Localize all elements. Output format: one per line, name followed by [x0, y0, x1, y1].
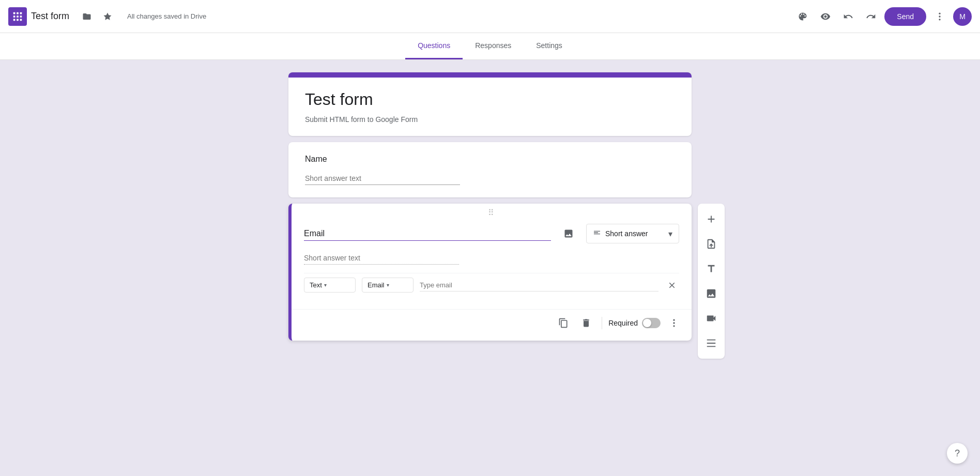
avatar[interactable]: M [953, 7, 972, 26]
send-button[interactable]: Send [884, 7, 926, 26]
form-container: Test form Submit HTML form to Google For… [288, 72, 692, 341]
validation-condition-label: Email [368, 281, 385, 289]
saved-status: All changes saved in Drive [127, 12, 206, 20]
form-header-card: Test form Submit HTML form to Google For… [288, 72, 692, 136]
card-footer: Required [292, 309, 692, 341]
svg-rect-0 [13, 12, 16, 14]
svg-rect-5 [20, 16, 22, 18]
active-question-card: ⠿ [288, 204, 692, 341]
toggle-knob [643, 319, 651, 327]
main-content: Test form Submit HTML form to Google For… [0, 60, 980, 353]
redo-button[interactable] [862, 7, 880, 26]
help-button[interactable]: ? [947, 443, 968, 464]
tab-questions[interactable]: Questions [405, 33, 463, 59]
question-type-selector[interactable]: Short answer ▾ [586, 224, 679, 243]
validation-condition-arrow-icon: ▾ [387, 282, 389, 288]
question-title-input[interactable] [304, 227, 551, 241]
svg-rect-6 [13, 19, 16, 21]
tab-settings[interactable]: Settings [524, 33, 575, 59]
svg-point-10 [939, 16, 940, 17]
svg-rect-8 [20, 19, 22, 21]
svg-rect-7 [17, 19, 19, 21]
import-questions-button[interactable] [700, 233, 723, 255]
required-toggle[interactable] [642, 318, 661, 328]
required-row: Required [608, 318, 661, 328]
form-description: Submit HTML form to Google Form [305, 115, 675, 124]
add-image-to-question-button[interactable] [559, 224, 578, 243]
add-image-button[interactable] [700, 282, 723, 305]
topbar: Test form All changes saved in Drive [0, 0, 980, 33]
folder-button[interactable] [78, 7, 96, 26]
active-question-wrapper: ⠿ [288, 204, 692, 341]
question-card-name: Name [288, 142, 692, 197]
delete-question-button[interactable] [577, 314, 595, 332]
validation-type-label: Text [310, 281, 322, 289]
validation-row: Text ▾ Email ▾ [304, 273, 679, 297]
form-title-display: Test form [305, 90, 675, 109]
close-validation-button[interactable] [665, 278, 679, 293]
app-icon[interactable] [8, 7, 27, 26]
footer-divider [602, 317, 602, 329]
validation-condition-dropdown[interactable]: Email ▾ [362, 278, 414, 293]
active-card-body: Short answer ▾ Text ▾ Email [292, 220, 692, 309]
question-label-name: Name [305, 155, 675, 164]
svg-point-12 [673, 319, 675, 321]
preview-button[interactable] [816, 7, 835, 26]
required-label: Required [608, 319, 638, 327]
undo-button[interactable] [839, 7, 858, 26]
question-type-label: Short answer [605, 229, 664, 238]
svg-rect-1 [17, 12, 19, 14]
more-options-button[interactable] [930, 7, 949, 26]
add-section-button[interactable] [700, 332, 723, 355]
validation-type-arrow-icon: ▾ [324, 282, 327, 288]
question-header-row: Short answer ▾ [304, 224, 679, 243]
side-toolbar [698, 204, 725, 359]
svg-point-14 [673, 325, 675, 327]
validation-type-dropdown[interactable]: Text ▾ [304, 278, 356, 293]
topbar-icons [78, 7, 117, 26]
palette-button[interactable] [793, 7, 812, 26]
topbar-right: Send M [793, 7, 972, 26]
short-answer-icon [593, 228, 601, 239]
add-title-button[interactable] [700, 257, 723, 280]
header-card-body: Test form Submit HTML form to Google For… [288, 78, 692, 136]
svg-point-9 [939, 12, 940, 14]
drag-dots-icon: ⠿ [488, 208, 495, 218]
short-answer-name-input[interactable] [305, 172, 460, 185]
short-answer-email-input[interactable] [304, 252, 459, 265]
form-title[interactable]: Test form [31, 11, 69, 22]
tab-responses[interactable]: Responses [463, 33, 524, 59]
duplicate-question-button[interactable] [554, 314, 573, 332]
star-button[interactable] [98, 7, 117, 26]
drag-handle[interactable]: ⠿ [292, 204, 692, 220]
svg-rect-4 [17, 16, 19, 18]
svg-point-11 [939, 19, 940, 20]
svg-rect-3 [13, 16, 16, 18]
svg-point-13 [673, 322, 675, 324]
chevron-down-icon: ▾ [668, 229, 672, 239]
svg-rect-2 [20, 12, 22, 14]
add-video-button[interactable] [700, 307, 723, 330]
topbar-left: Test form All changes saved in Drive [8, 7, 793, 26]
add-question-button[interactable] [700, 208, 723, 231]
validation-value-input[interactable] [420, 279, 659, 291]
nav-tabs: Questions Responses Settings [0, 33, 980, 60]
question-more-options-button[interactable] [665, 314, 683, 332]
